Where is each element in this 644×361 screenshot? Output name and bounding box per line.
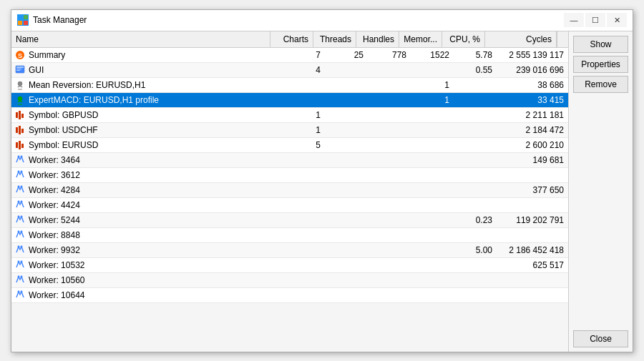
row-name-text: Worker: 3612 <box>29 170 80 180</box>
cell-memory <box>411 294 454 297</box>
svg-point-31 <box>18 215 20 217</box>
table-row[interactable]: ExpertMACD: EURUSD,H1 profile133 415 <box>11 93 568 108</box>
cell-name: Symbol: EURUSD <box>11 138 282 152</box>
cell-cpu <box>454 174 497 177</box>
cell-cpu <box>454 114 497 117</box>
cell-name: Worker: 4424 <box>11 198 282 212</box>
cell-name: Worker: 3464 <box>11 153 282 167</box>
cell-cpu <box>454 159 497 162</box>
remove-button[interactable]: Remove <box>573 76 628 93</box>
cell-handles <box>368 234 411 237</box>
sidebar: Show Properties Remove Close <box>568 31 633 352</box>
table-row[interactable]: Worker: 10532625 517 <box>11 258 568 273</box>
svg-rect-0 <box>18 15 22 19</box>
cell-cycles: 119 202 791 <box>497 214 568 227</box>
cell-charts: 1 <box>282 109 325 122</box>
minimize-button[interactable]: — <box>564 13 584 27</box>
close-title-button[interactable]: ✕ <box>607 13 627 27</box>
main-content: Name Charts Threads Handles Memor... CPU… <box>11 31 633 352</box>
cell-name: Symbol: GBPUSD <box>11 108 282 122</box>
col-threads[interactable]: Threads <box>313 31 356 47</box>
cell-handles <box>368 279 411 282</box>
cell-threads <box>325 219 368 222</box>
cell-name: Worker: 9932 <box>11 243 282 257</box>
window-controls: — ☐ ✕ <box>564 13 627 27</box>
col-cycles[interactable]: Cycles <box>485 31 557 47</box>
cell-cpu <box>454 189 497 192</box>
cell-cycles: 149 681 <box>497 154 568 167</box>
cell-name: Mean Reversion: EURUSD,H1 <box>11 78 282 92</box>
svg-point-32 <box>21 215 23 217</box>
cell-memory <box>411 159 454 162</box>
cell-threads <box>325 294 368 297</box>
col-handles[interactable]: Handles <box>356 31 399 47</box>
table-row[interactable]: Worker: 10644 <box>11 288 568 303</box>
cell-memory <box>411 279 454 282</box>
cell-cycles <box>497 279 568 282</box>
cell-handles <box>368 114 411 117</box>
table-row[interactable]: Worker: 4424 <box>11 198 568 213</box>
cell-cpu <box>454 129 497 132</box>
cell-threads <box>325 279 368 282</box>
cell-charts <box>282 249 325 252</box>
table-row[interactable]: Worker: 4284377 650 <box>11 183 568 198</box>
table-row[interactable]: Symbol: GBPUSD12 211 181 <box>11 108 568 123</box>
col-name[interactable]: Name <box>11 31 270 47</box>
cell-threads: 25 <box>325 49 368 61</box>
cell-memory: 1522 <box>411 49 454 61</box>
table-row[interactable]: Worker: 3612 <box>11 168 568 183</box>
svg-rect-22 <box>21 144 24 148</box>
cell-threads <box>325 174 368 177</box>
cell-charts: 5 <box>282 139 325 152</box>
table-row[interactable]: S Summary72577815225.782 555 139 117 <box>11 48 568 63</box>
table-row[interactable]: Worker: 8848 <box>11 228 568 243</box>
worker-icon <box>14 244 26 256</box>
worker-icon <box>14 275 26 286</box>
table-row[interactable]: Worker: 10560 <box>11 273 568 288</box>
cell-name: Worker: 5244 <box>11 213 282 227</box>
table-row[interactable]: Symbol: USDCHF12 184 472 <box>11 123 568 138</box>
svg-point-36 <box>21 245 23 247</box>
svg-rect-21 <box>19 141 21 149</box>
table-body[interactable]: S Summary72577815225.782 555 139 117 GUI… <box>11 48 568 352</box>
cell-charts <box>282 294 325 297</box>
cell-charts <box>282 189 325 192</box>
cell-name: Worker: 3612 <box>11 168 282 182</box>
svg-point-12 <box>18 97 22 101</box>
worker-icon <box>14 259 26 271</box>
cell-name: ExpertMACD: EURUSD,H1 profile <box>11 93 282 107</box>
maximize-button[interactable]: ☐ <box>585 13 605 27</box>
table-row[interactable]: Worker: 3464149 681 <box>11 153 568 168</box>
col-cpu[interactable]: CPU, % <box>442 31 485 47</box>
cell-cpu <box>454 84 497 86</box>
cell-name: Worker: 8848 <box>11 228 282 242</box>
svg-point-38 <box>21 260 23 262</box>
table-area: Name Charts Threads Handles Memor... CPU… <box>11 31 568 352</box>
table-row[interactable]: GUI40.55239 016 696 <box>11 63 568 78</box>
symbol-icon <box>14 124 26 136</box>
col-charts[interactable]: Charts <box>270 31 313 47</box>
cell-handles <box>368 99 411 102</box>
cell-memory <box>411 144 454 147</box>
table-row[interactable]: Worker: 99325.002 186 452 418 <box>11 243 568 258</box>
col-memory[interactable]: Memor... <box>399 31 442 47</box>
cell-charts <box>282 84 325 86</box>
cell-charts: 4 <box>282 64 325 76</box>
table-row[interactable]: Worker: 52440.23119 202 791 <box>11 213 568 228</box>
table-row[interactable]: Mean Reversion: EURUSD,H1138 686 <box>11 78 568 93</box>
svg-point-33 <box>18 230 20 232</box>
show-button[interactable]: Show <box>573 36 628 53</box>
cell-memory <box>411 129 454 132</box>
table-row[interactable]: Symbol: EURUSD52 600 210 <box>11 138 568 153</box>
cell-handles <box>368 129 411 132</box>
svg-rect-8 <box>16 69 21 69</box>
cell-charts: 7 <box>282 49 325 61</box>
cell-charts <box>282 204 325 207</box>
cell-memory <box>411 189 454 192</box>
svg-point-10 <box>18 81 22 86</box>
cell-threads <box>325 159 368 162</box>
cell-charts <box>282 219 325 222</box>
expert-icon <box>14 94 26 106</box>
properties-button[interactable]: Properties <box>573 56 628 73</box>
close-button[interactable]: Close <box>573 330 628 347</box>
